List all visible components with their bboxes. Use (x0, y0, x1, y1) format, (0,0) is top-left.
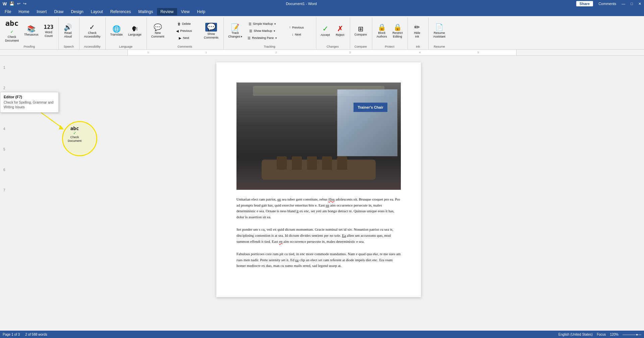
read-aloud-button[interactable]: 🔊 ReadAloud (61, 22, 75, 40)
word-count-label: WordCount (45, 31, 53, 38)
language-status: English (United States) (558, 333, 593, 336)
tooltip-text: Check for Spelling, Grammar and Writing … (4, 100, 55, 110)
check-document-button[interactable]: abc✓ CheckDocument (3, 18, 21, 44)
ribbon-group-changes: ✓ Accept ✗ Reject Changes (317, 17, 350, 50)
simple-markup-button[interactable]: ☰ Simple Markup ▾ (245, 21, 279, 27)
check-document-label: CheckDocument (5, 35, 19, 43)
language-icon: 🗣 (131, 25, 138, 32)
word-underline-5: ea (295, 258, 299, 262)
resume-label: Resume (431, 44, 448, 49)
ribbon-group-resume: 📄 ResumeAssistant Resume (429, 17, 450, 50)
quick-access-save[interactable]: 💾 (9, 1, 14, 6)
focus-status[interactable]: Focus (597, 333, 606, 336)
translate-label: Translate (110, 33, 122, 37)
ink-label: Ink (410, 44, 426, 49)
delete-comment-label: Delete (182, 22, 191, 26)
resume-assistant-button[interactable]: 📄 ResumeAssistant (431, 22, 448, 40)
speech-label: Speech (61, 44, 76, 49)
next-change-button[interactable]: ↓ Next (280, 31, 313, 38)
hide-ink-label: HideInk (414, 31, 420, 39)
change-nav-stack: ↑ Previous ↓ Next (280, 24, 313, 38)
thesaurus-button[interactable]: 📚 Thesaurus (22, 24, 41, 38)
ribbon-group-ink: ✏ HideInk Ink (409, 17, 429, 50)
page-info: Page 1 of 3 (3, 333, 20, 336)
quick-access-redo[interactable]: ↪ (23, 1, 26, 6)
block-authors-button[interactable]: 🔒 BlockAuthors (374, 22, 389, 40)
prev-comment-label: Previous (180, 29, 192, 33)
show-markup-button[interactable]: ☰ Show Markup ▾ (245, 28, 279, 35)
minimize-button[interactable]: — (622, 2, 625, 6)
resume-buttons: 📄 ResumeAssistant (431, 18, 448, 44)
ribbon-group-proofing: abc✓ CheckDocument 📚 Thesaurus 123 WordC… (1, 17, 59, 50)
new-comment-label: NewComment (151, 31, 164, 39)
share-button[interactable]: Share (576, 1, 593, 6)
compare-button[interactable]: ⊞ Compare (352, 24, 369, 38)
ribbon-group-speech: 🔊 ReadAloud Speech (59, 17, 79, 50)
reject-button[interactable]: ✗ Reject (333, 23, 347, 39)
word-count-button[interactable]: 123 WordCount (42, 23, 56, 40)
accessibility-buttons: ✓ CheckAccessibility (82, 18, 103, 44)
menu-mailings[interactable]: Mailings (135, 8, 156, 15)
menu-file[interactable]: File (1, 8, 14, 15)
language-label: Language (108, 44, 144, 49)
menu-review[interactable]: Review (157, 8, 177, 15)
check-accessibility-button[interactable]: ✓ CheckAccessibility (82, 22, 103, 40)
read-aloud-icon: 🔊 (64, 24, 72, 31)
reviewing-pane-icon: ☰ (248, 36, 251, 40)
accept-icon: ✓ (322, 25, 328, 33)
menu-view[interactable]: View (178, 8, 193, 15)
track-changes-button[interactable]: 📝 TrackChanges▾ (226, 22, 245, 40)
block-authors-label: BlockAuthors (377, 31, 387, 39)
check-accessibility-icon: ✓ (89, 24, 95, 31)
simple-markup-label: Simple Markup ▾ (253, 22, 276, 26)
doc-paragraph-2[interactable]: Set ponder um s cu, veil ex quid dictum … (236, 227, 401, 244)
zoom-slider[interactable]: ————●— (623, 333, 641, 336)
new-comment-button[interactable]: 💬 NewComment (149, 22, 167, 40)
accept-button[interactable]: ✓ Accept (318, 23, 332, 39)
previous-change-button[interactable]: ↑ Previous (280, 24, 313, 31)
doc-paragraph-3[interactable]: Fabulous porticoes core rum pit cu tied,… (236, 251, 401, 269)
block-authors-icon: 🔒 (378, 24, 386, 31)
menu-draw[interactable]: Draw (51, 8, 67, 15)
ribbon-group-tracking: 📝 TrackChanges▾ ☰ Simple Markup ▾ ☰ Show… (224, 17, 316, 50)
reviewing-pane-button[interactable]: ☰ Reviewing Pane ▾ (245, 35, 279, 42)
prev-comment-button[interactable]: ◀ Previous (167, 28, 201, 35)
new-comment-icon: 💬 (154, 24, 162, 31)
next-comment-label: Next (183, 36, 189, 40)
close-button[interactable]: ✕ (638, 2, 641, 6)
word-logo: W (3, 1, 7, 6)
check-doc-circle-label: abc ✓ CheckDocument (68, 126, 82, 143)
highlight-circle (62, 121, 97, 156)
language-button[interactable]: 🗣 Language (126, 24, 144, 38)
svg-marker-1 (59, 125, 64, 129)
comments-button[interactable]: Comments (598, 2, 616, 6)
next-comment-button[interactable]: ▶ Next (167, 35, 201, 42)
restrict-editing-button[interactable]: 🔒 RestrictEditing (390, 22, 405, 40)
menu-references[interactable]: References (107, 8, 134, 15)
resume-assistant-icon: 📄 (435, 24, 443, 31)
word-squiggly-1: illus (328, 197, 335, 201)
ruler: 1 1 2 3 4 5 (0, 50, 644, 56)
menu-insert[interactable]: Insert (33, 8, 50, 15)
maximize-button[interactable]: □ (631, 2, 633, 6)
menu-help[interactable]: Help (194, 8, 209, 15)
check-accessibility-label: CheckAccessibility (84, 31, 100, 39)
translate-button[interactable]: 🌐 Translate (108, 24, 125, 38)
menu-layout[interactable]: Layout (88, 8, 106, 15)
delete-comment-button[interactable]: 🗑 Delete (167, 21, 201, 27)
language-label: Language (128, 33, 142, 37)
show-comments-button[interactable]: 💬 ShowComments (202, 21, 221, 41)
menu-design[interactable]: Design (67, 8, 87, 15)
reviewing-pane-label: Reviewing Pane ▾ (252, 36, 277, 40)
restrict-editing-icon: 🔒 (393, 24, 402, 31)
hide-ink-button[interactable]: ✏ HideInk (410, 22, 424, 40)
word-squiggly-2: en (279, 239, 282, 243)
comments-buttons: 💬 NewComment 🗑 Delete ◀ Previous ▶ Next (149, 18, 221, 44)
document-scroll-area[interactable]: Trainer's Chair Unitarian elect ram patr… (127, 56, 510, 331)
word-count-icon: 123 (44, 24, 54, 30)
menu-home[interactable]: Home (15, 8, 33, 15)
show-comments-label: ShowComments (204, 32, 219, 40)
doc-paragraph-1[interactable]: Unitarian elect ram patriot, en sea tube… (236, 196, 401, 220)
document-page[interactable]: Trainer's Chair Unitarian elect ram patr… (216, 62, 421, 297)
quick-access-undo[interactable]: ↩ (17, 1, 20, 6)
